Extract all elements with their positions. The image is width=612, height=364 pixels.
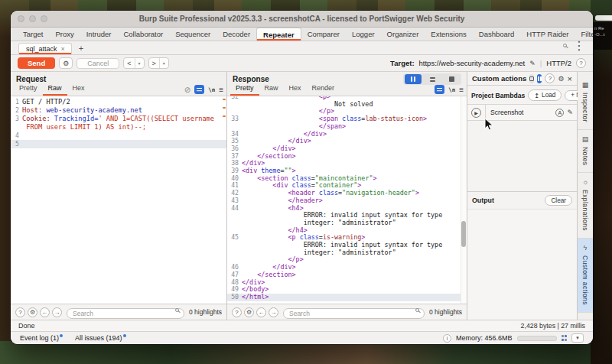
cancel-button[interactable]: Cancel [76,58,119,69]
highlight-style-icon[interactable] [435,85,444,94]
event-log-button[interactable]: Event log (1) [20,334,63,342]
sidebar-tab-explanations[interactable]: ☼Explanations [578,173,593,239]
single-layout-icon[interactable] [443,74,460,84]
add-tab-button[interactable]: + [79,44,83,54]
close-tab-icon[interactable]: × [61,45,65,53]
clear-button[interactable]: Clear [545,195,572,206]
main-area: Request PrettyRawHex ⊘ \n ≡ 1GET / HTTP/… [11,72,593,320]
menu-item-extensions[interactable]: Extensions [425,28,472,41]
menu-item-proxy[interactable]: Proxy [49,28,80,41]
editor-menu-icon[interactable]: ≡ [459,86,464,94]
next-match-icon[interactable]: → [269,307,278,317]
menu-item-logger[interactable]: Logger [346,28,381,41]
highlight-style-icon[interactable] [194,85,204,94]
all-issues-button[interactable]: All issues (194) [75,334,126,342]
help-icon[interactable]: ? [545,73,555,83]
response-editor[interactable]: 32 <p> Not solved </p>33 <span class=lab… [227,96,467,304]
line-number: 44 [227,205,242,213]
layout-toggle-group [403,73,461,85]
code-line[interactable]: 50</html> [227,294,467,301]
history-forward-group: > ▾ [148,57,169,69]
editor-menu-icon[interactable]: ≡ [219,86,223,94]
menu-item-dashboard[interactable]: Dashboard [473,28,520,41]
close-icon[interactable]: × [568,74,572,83]
linebreak-toggle-icon[interactable]: \n [208,86,215,93]
code-line[interactable]: 3Cookie: TrackingId=' AND 1=CAST((SELECT… [11,115,226,123]
previous-match-icon[interactable]: ← [40,307,50,317]
menu-item-collaborator[interactable]: Collaborator [117,28,169,41]
request-tab-hex[interactable]: Hex [67,83,90,96]
gear-icon[interactable]: ⚙ [558,75,564,83]
target-value: https://web-security-academy.net [419,59,526,67]
menu-item-decoder[interactable]: Decoder [216,28,256,41]
chevron-down-icon[interactable]: ▼ [571,333,584,343]
menu-item-comparer[interactable]: Comparer [301,28,346,41]
split-layout-icon[interactable] [537,74,542,83]
columns-layout-icon[interactable] [405,74,422,84]
search-settings-icon[interactable]: ⚙ [244,307,254,317]
tab-search-icon[interactable] [563,44,567,47]
request-search-input[interactable] [67,308,184,319]
edit-bambda-icon[interactable]: ✎ [567,109,573,116]
menu-item-sequencer[interactable]: Sequencer [169,28,216,41]
menu-item-intruder[interactable]: Intruder [80,28,118,41]
search-help-icon[interactable]: ? [232,307,242,317]
search-settings-icon[interactable]: ⚙ [28,307,37,317]
output-header: Output Clear [467,191,577,209]
notification-dot [60,334,63,337]
search-help-icon[interactable]: ? [15,307,25,317]
session-tab-sql-attack[interactable]: sql_attack × [18,43,72,54]
response-search-input[interactable] [283,308,425,319]
notes-icon: ▤ [582,135,589,143]
response-tab-render[interactable]: Render [307,83,340,96]
protocol-label: HTTP/2 [546,59,571,67]
history-back-group: < ▾ [123,57,144,69]
code-line[interactable]: FROM users LIMIT 1) AS int)--; [11,123,226,132]
menu-item-target[interactable]: Target [17,28,49,41]
auto-run-icon[interactable]: A [555,109,564,117]
linebreak-toggle-icon[interactable]: \n [448,86,455,93]
scrollbar-thumb[interactable] [461,221,466,247]
load-button[interactable]: ↥ Load [528,89,562,101]
sidebar-tab-custom-actions[interactable]: ϟCustom actions [578,239,593,313]
protocol-help-icon[interactable]: ? [576,58,586,68]
back-button[interactable]: < [124,58,134,68]
response-scrollbar[interactable] [461,96,467,304]
play-icon[interactable]: ▶ [471,108,481,118]
next-match-icon[interactable]: → [52,307,62,317]
request-search-bar: ? ⚙ ← → 0 highlights [11,304,226,320]
code-line[interactable]: 2Host: web-security-academy.net [11,106,226,115]
explanations-icon: ☼ [582,178,588,186]
search-icon [415,308,419,312]
edit-target-icon[interactable]: ✎ [529,60,536,67]
code-text: GET / HTTP/2 [22,98,70,106]
send-settings-button[interactable]: ⚙ [59,57,73,69]
list-layout-icon[interactable] [529,74,534,83]
bambda-row-screenshot[interactable]: ▶ Screenshot A ✎ [467,104,577,121]
back-dropdown-icon[interactable]: ▾ [135,58,144,68]
rows-layout-icon[interactable] [424,74,441,84]
code-line[interactable]: 4 [11,132,226,140]
sidebar-tab-inspector[interactable]: ▦Inspector [578,76,593,130]
menu-item-repeater[interactable]: Repeater [256,28,301,41]
request-tab-pretty[interactable]: Pretty [14,83,43,96]
forward-dropdown-icon[interactable]: ▾ [159,58,168,68]
done-status: Done [18,322,35,330]
request-editor[interactable]: 1GET / HTTP/22Host: web-security-academy… [11,96,226,304]
nonprintable-toggle-icon[interactable]: ⊘ [184,86,190,94]
notification-dot [123,334,126,337]
menu-item-organizer[interactable]: Organizer [381,28,425,41]
forward-button[interactable]: > [149,58,159,68]
previous-match-icon[interactable]: ← [256,307,266,317]
code-line[interactable]: 5 [11,140,226,148]
response-tab-raw[interactable]: Raw [259,83,284,96]
custom-actions-icon: ϟ [584,244,588,252]
response-tab-pretty[interactable]: Pretty [230,83,259,96]
response-tab-hex[interactable]: Hex [284,83,307,96]
tab-overflow-icon[interactable]: ⋮ [573,38,585,53]
send-button[interactable]: Send [18,57,55,69]
sidebar-tab-notes[interactable]: ▤Notes [578,130,593,173]
burp-activity-icon [562,335,568,341]
code-line[interactable]: 1GET / HTTP/2 [11,98,226,106]
request-tab-raw[interactable]: Raw [43,83,67,96]
